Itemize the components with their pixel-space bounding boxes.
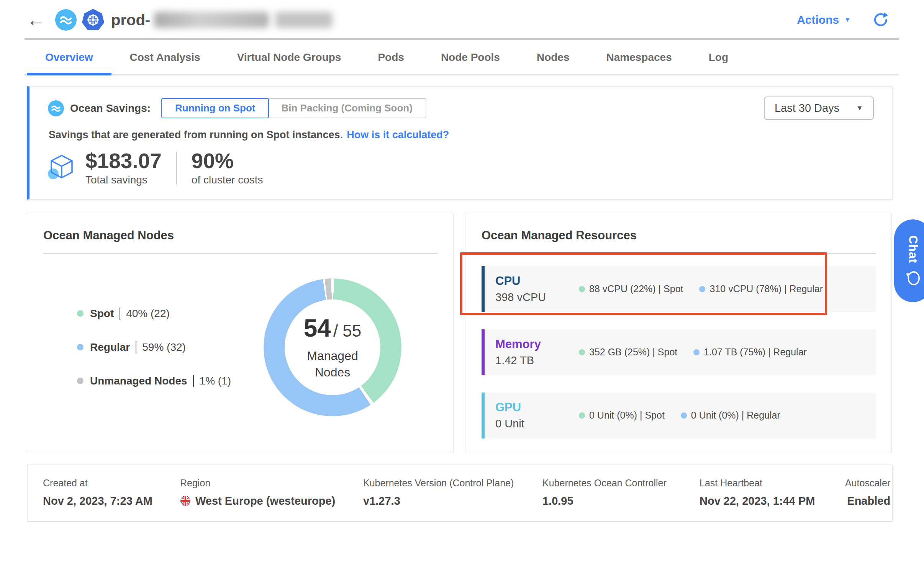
back-arrow-icon[interactable]: ← [27,11,45,29]
managed-nodes-title: Ocean Managed Nodes [27,213,453,242]
resource-row-cpu: CPU 398 vCPU 88 vCPU (22%) | Spot 310 vC… [482,266,876,312]
divider [193,375,194,387]
autoscaler-field: Autoscaler Enabled [845,478,890,507]
uk-flag-icon [180,496,191,506]
cpu-total: 398 vCPU [495,291,579,304]
how-calculated-link[interactable]: How is it calculated? [347,129,449,141]
cluster-cost-percent: 90% [192,150,263,172]
period-dropdown-value: Last 30 Days [775,102,839,115]
k8s-version-field: Kubernetes Version (Control Plane) v1.27… [363,478,542,507]
autoscaler-status-badge: Enabled [845,495,890,507]
memory-name: Memory [495,337,579,351]
actions-label: Actions [797,13,839,26]
ocean-managed-resources-panel: Ocean Managed Resources CPU 398 vCPU 88 … [465,213,892,452]
actions-button[interactable]: Actions ▼ [797,13,850,26]
legend-item-spot: Spot 40% (22) [77,308,231,320]
ocean-controller-field: Kubernetes Ocean Controller 1.0.95 [542,478,700,507]
resource-row-memory: Memory 1.42 TB 352 GB (25%) | Spot 1.07 … [482,329,876,375]
ocean-logo-icon [55,9,77,31]
donut-label: Managed Nodes [292,348,373,381]
refresh-icon[interactable] [872,11,889,28]
memory-spot-detail: 352 GB (25%) | Spot [579,347,677,358]
created-at-field: Created at Nov 2, 2023, 7:23 AM [43,478,180,507]
ocean-savings-card: Ocean Savings: Running on Spot Bin Packi… [27,86,893,200]
unmanaged-dot-icon [77,378,84,384]
spot-dot-icon [579,349,585,355]
tab-namespaces[interactable]: Namespaces [588,40,690,75]
kubernetes-logo-icon [82,9,104,31]
header: ← prod- Actions ▼ [0,0,924,40]
cpu-regular-detail: 310 vCPU (78%) | Regular [699,283,823,294]
chevron-down-icon: ▼ [856,104,863,112]
regular-dot-icon [693,349,700,355]
regular-dot-icon [699,286,705,292]
memory-regular-detail: 1.07 TB (75%) | Regular [693,347,807,358]
cluster-cost-stat: 90% of cluster costs [192,150,263,186]
divider [136,341,136,353]
stat-divider [176,152,177,185]
cube-icon [48,153,75,183]
total-savings-label: Total savings [85,174,162,186]
spot-dot-icon [579,412,585,419]
donut-center-text: 54 / 55 Managed Nodes [264,278,401,416]
managed-nodes-donut-chart: 54 / 55 Managed Nodes [264,278,401,416]
divider [120,308,120,320]
tab-pods[interactable]: Pods [359,40,422,75]
tab-overview[interactable]: Overview [27,40,111,75]
gpu-total: 0 Unit [495,417,579,430]
tab-virtual-node-groups[interactable]: Virtual Node Groups [219,40,360,75]
gpu-spot-detail: 0 Unit (0%) | Spot [579,410,665,421]
spot-dot-icon [579,286,585,292]
total-savings-stat: $183.07 Total savings [85,150,162,186]
gpu-name: GPU [495,401,579,414]
redacted-block [275,12,333,28]
resource-row-gpu: GPU 0 Unit 0 Unit (0%) | Spot 0 Unit (0%… [482,393,876,438]
legend-item-unmanaged: Unmanaged Nodes 1% (1) [77,375,231,387]
nodes-legend: Spot 40% (22) Regular 59% (32) Unmanaged… [77,308,231,387]
period-dropdown[interactable]: Last 30 Days ▼ [764,97,874,120]
running-on-spot-toggle[interactable]: Running on Spot [161,98,269,118]
tab-log[interactable]: Log [690,40,747,75]
cpu-spot-detail: 88 vCPU (22%) | Spot [579,283,683,294]
region-field: Region West Europe (westeurope) [180,478,363,507]
redacted-block [154,12,269,28]
regular-dot-icon [681,412,687,419]
total-savings-value: $183.07 [85,150,162,172]
legend-item-regular: Regular 59% (32) [77,341,231,353]
savings-view-toggle: Running on Spot Bin Packing (Coming Soon… [161,98,426,118]
redacted-cluster-name [154,12,333,28]
cluster-info-bar: Created at Nov 2, 2023, 7:23 AM Region W… [27,465,893,522]
ocean-managed-nodes-panel: Ocean Managed Nodes Spot 40% (22) Regula… [27,213,454,452]
memory-total: 1.42 TB [495,354,579,367]
savings-description: Savings that are generated from running … [48,129,874,141]
bin-packing-toggle[interactable]: Bin Packing (Coming Soon) [267,98,426,118]
chevron-down-icon: ▼ [844,16,850,23]
chat-label: Chat [906,236,920,263]
chat-button[interactable]: Chat [894,219,924,302]
cpu-name: CPU [495,274,579,288]
regular-dot-icon [77,344,84,350]
ocean-savings-label: Ocean Savings: [70,102,151,115]
cluster-cost-label: of cluster costs [192,174,263,186]
tab-node-pools[interactable]: Node Pools [423,40,518,75]
last-heartbeat-field: Last Heartbeat Nov 22, 2023, 1:44 PM [700,478,845,507]
total-count: / 55 [333,321,361,340]
managed-count: 54 [304,314,331,342]
managed-resources-title: Ocean Managed Resources [465,213,891,242]
tab-cost-analysis[interactable]: Cost Analysis [111,40,219,75]
spot-dot-icon [77,310,84,317]
ocean-wave-icon [48,100,64,116]
cluster-title: prod- [111,11,150,29]
tab-bar: Overview Cost Analysis Virtual Node Grou… [25,40,899,75]
chat-bubble-icon [905,270,921,286]
tab-nodes[interactable]: Nodes [518,40,588,75]
gpu-regular-detail: 0 Unit (0%) | Regular [681,410,780,421]
